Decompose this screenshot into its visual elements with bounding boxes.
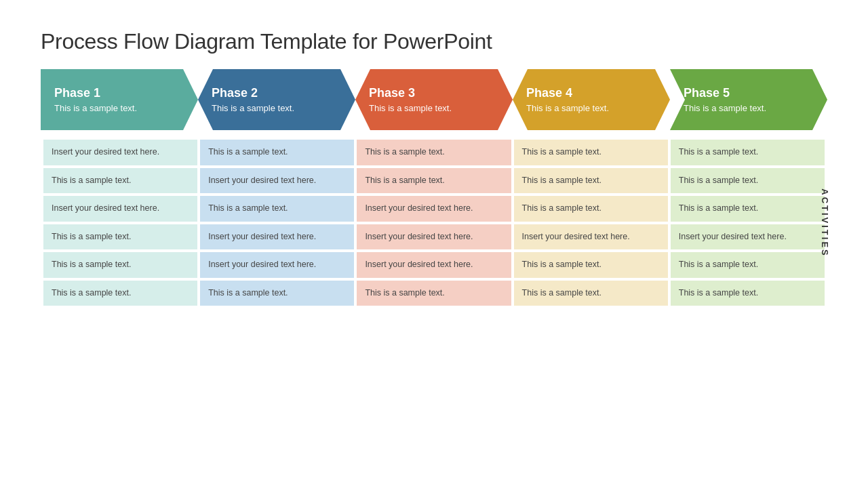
cell-r2-c2: Insert your desired text here. — [357, 196, 511, 222]
cell-r0-c2: This is a sample text. — [357, 140, 511, 165]
phase-arrow-phase-5: Phase 5 This is a sample text. — [670, 69, 827, 130]
cell-r0-c1: This is a sample text. — [200, 140, 354, 165]
activities-table-wrapper: Insert your desired text here.This is a … — [41, 137, 827, 308]
cell-r0-c4: This is a sample text. — [671, 140, 825, 165]
cell-r3-c4: Insert your desired text here. — [671, 224, 825, 250]
phase-arrow-phase-3: Phase 3 This is a sample text. — [355, 69, 513, 130]
table-row: This is a sample text.Insert your desire… — [43, 252, 825, 278]
cell-r4-c3: This is a sample text. — [514, 252, 668, 278]
slide: Process Flow Diagram Template for PowerP… — [14, 10, 854, 478]
table-row: This is a sample text.Insert your desire… — [43, 168, 825, 194]
cell-r1-c0: This is a sample text. — [43, 168, 197, 194]
cell-r3-c3: Insert your desired text here. — [514, 224, 668, 250]
cell-r5-c3: This is a sample text. — [514, 281, 668, 306]
phase-title: Phase 5 — [684, 86, 821, 100]
cell-r4-c2: Insert your desired text here. — [357, 252, 511, 278]
table-row: Insert your desired text here.This is a … — [43, 196, 825, 222]
phase-title: Phase 1 — [54, 86, 191, 100]
cell-r5-c0: This is a sample text. — [43, 281, 197, 306]
cell-r2-c3: This is a sample text. — [514, 196, 668, 222]
cell-r5-c4: This is a sample text. — [671, 281, 825, 306]
phases-header: Phase 1 This is a sample text. Phase 2 T… — [41, 69, 827, 130]
phase-subtitle: This is a sample text. — [526, 103, 663, 113]
cell-r2-c4: This is a sample text. — [671, 196, 825, 222]
phase-arrow-phase-2: Phase 2 This is a sample text. — [198, 69, 355, 130]
phase-subtitle: This is a sample text. — [54, 103, 191, 113]
table-row: Insert your desired text here.This is a … — [43, 140, 825, 165]
cell-r0-c0: Insert your desired text here. — [43, 140, 197, 165]
phase-title: Phase 4 — [526, 86, 663, 100]
phase-title: Phase 2 — [212, 86, 349, 100]
cell-r5-c2: This is a sample text. — [357, 281, 511, 306]
cell-r4-c4: This is a sample text. — [671, 252, 825, 278]
table-row: This is a sample text.This is a sample t… — [43, 281, 825, 306]
cell-r4-c1: Insert your desired text here. — [200, 252, 354, 278]
cell-r4-c0: This is a sample text. — [43, 252, 197, 278]
phase-subtitle: This is a sample text. — [684, 103, 821, 113]
phase-title: Phase 3 — [369, 86, 506, 100]
cell-r1-c4: This is a sample text. — [671, 168, 825, 194]
cell-r1-c3: This is a sample text. — [514, 168, 668, 194]
cell-r1-c2: This is a sample text. — [357, 168, 511, 194]
phase-subtitle: This is a sample text. — [212, 103, 349, 113]
activities-label: ACTIVITIES — [821, 188, 831, 258]
cell-r2-c1: This is a sample text. — [200, 196, 354, 222]
cell-r0-c3: This is a sample text. — [514, 140, 668, 165]
phase-arrow-phase-1: Phase 1 This is a sample text. — [41, 69, 198, 130]
cell-r3-c1: Insert your desired text here. — [200, 224, 354, 250]
cell-r1-c1: Insert your desired text here. — [200, 168, 354, 194]
cell-r3-c2: Insert your desired text here. — [357, 224, 511, 250]
activities-table: Insert your desired text here.This is a … — [41, 137, 827, 308]
phase-arrow-phase-4: Phase 4 This is a sample text. — [513, 69, 670, 130]
page-title: Process Flow Diagram Template for PowerP… — [41, 29, 827, 54]
cell-r2-c0: Insert your desired text here. — [43, 196, 197, 222]
phase-subtitle: This is a sample text. — [369, 103, 506, 113]
table-row: This is a sample text.Insert your desire… — [43, 224, 825, 250]
cell-r3-c0: This is a sample text. — [43, 224, 197, 250]
cell-r5-c1: This is a sample text. — [200, 281, 354, 306]
